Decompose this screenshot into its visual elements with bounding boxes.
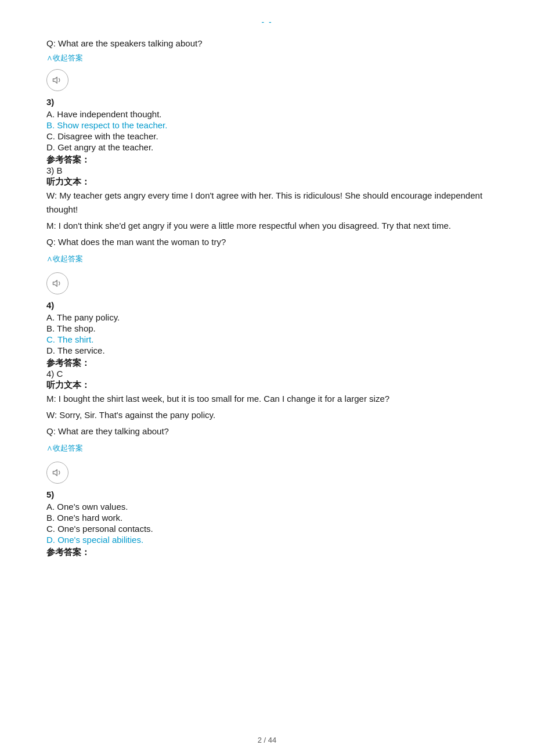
q4-audio-button[interactable] (46, 272, 68, 294)
q4-transcript-3: Q: What are they talking about? (46, 424, 488, 438)
speaker-icon-q4 (52, 278, 63, 289)
q3-divider: ∧收起答案 (46, 254, 488, 264)
q2-section: Q: What are the speakers talking about? … (46, 38, 488, 63)
q5-option-b: B. One's hard work. (46, 513, 488, 523)
q5-number: 5) (46, 489, 488, 499)
q3-transcript-2: M: I don't think she'd get angry if you … (46, 219, 488, 233)
q4-option-d-text: The service. (57, 345, 105, 355)
page-footer: 2 / 44 (0, 736, 534, 744)
q3-option-a-label: A. (46, 109, 57, 119)
page-container: - - Q: What are the speakers talking abo… (0, 0, 534, 756)
svg-marker-0 (53, 77, 57, 84)
q3-option-d: D. Get angry at the teacher. (46, 142, 488, 152)
q5-option-c-text: One's personal contacts. (57, 524, 153, 534)
q3-option-b-text: Show respect to the teacher. (57, 120, 167, 130)
q5-section: 5) A. One's own values. B. One's hard wo… (46, 489, 488, 558)
q5-option-a-text: One's own values. (57, 502, 128, 512)
q4-transcript-2: W: Sorry, Sir. That's against the pany p… (46, 408, 488, 422)
q5-answer-label: 参考答案： (46, 547, 488, 558)
q3-option-d-label: D. (46, 142, 57, 152)
q3-audio-button[interactable] (46, 69, 68, 91)
q4-option-c-text: The shirt. (57, 334, 94, 344)
svg-marker-2 (53, 470, 57, 476)
q3-option-a-text: Have independent thought. (57, 109, 161, 119)
q4-transcript-1: M: I bought the shirt last week, but it … (46, 392, 488, 406)
q3-transcript-1: W: My teacher gets angry every time I do… (46, 189, 488, 217)
q5-option-c: C. One's personal contacts. (46, 524, 488, 534)
q2-collapse-link[interactable]: ∧收起答案 (46, 53, 488, 63)
top-dashes: - - (46, 17, 488, 27)
q5-option-d: D. One's special abilities. (46, 535, 488, 545)
q3-option-b-label: B. (46, 120, 57, 130)
q4-answer-label: 参考答案： (46, 358, 488, 369)
q3-option-d-text: Get angry at the teacher. (57, 142, 153, 152)
q3-option-c: C. Disagree with the teacher. (46, 131, 488, 141)
q5-option-b-text: One's hard work. (57, 513, 122, 523)
q3-answer-label: 参考答案： (46, 154, 488, 165)
q4-option-c: C. The shirt. (46, 334, 488, 344)
q5-audio-button[interactable] (46, 462, 68, 484)
speaker-icon (52, 75, 63, 85)
q4-option-d-label: D. (46, 345, 57, 355)
q3-section: 3) A. Have independent thought. B. Show … (46, 97, 488, 249)
q4-section: 4) A. The pany policy. B. The shop. C. T… (46, 300, 488, 438)
q3-collapse-link[interactable]: ∧收起答案 (46, 254, 488, 264)
q3-transcript-label: 听力文本： (46, 177, 488, 188)
q4-option-c-label: C. (46, 334, 57, 344)
q4-option-a: A. The pany policy. (46, 312, 488, 322)
q4-transcript-label: 听力文本： (46, 380, 488, 391)
q4-option-b: B. The shop. (46, 323, 488, 333)
q4-option-d: D. The service. (46, 345, 488, 355)
q3-option-a: A. Have independent thought. (46, 109, 488, 119)
q5-option-d-text: One's special abilities. (57, 535, 143, 545)
q3-answer-value: 3) B (46, 165, 488, 175)
q5-option-a: A. One's own values. (46, 502, 488, 512)
q5-option-c-label: C. (46, 524, 57, 534)
q3-number: 3) (46, 97, 488, 107)
q3-transcript-3: Q: What does the man want the woman to t… (46, 235, 488, 249)
q3-option-c-text: Disagree with the teacher. (57, 131, 158, 141)
speaker-icon-q5 (52, 467, 63, 478)
q3-option-c-label: C. (46, 131, 57, 141)
q4-divider: ∧收起答案 (46, 443, 488, 453)
q3-option-b: B. Show respect to the teacher. (46, 120, 488, 130)
q4-option-a-label: A. (46, 312, 57, 322)
q5-option-d-label: D. (46, 535, 57, 545)
q4-option-a-text: The pany policy. (57, 312, 120, 322)
q4-collapse-link[interactable]: ∧收起答案 (46, 443, 488, 453)
svg-marker-1 (53, 280, 57, 287)
q4-number: 4) (46, 300, 488, 310)
q4-option-b-label: B. (46, 323, 57, 333)
q5-option-b-label: B. (46, 513, 57, 523)
q5-option-a-label: A. (46, 502, 57, 512)
q2-question: Q: What are the speakers talking about? (46, 38, 488, 48)
q4-option-b-text: The shop. (57, 323, 96, 333)
q4-answer-value: 4) C (46, 369, 488, 379)
